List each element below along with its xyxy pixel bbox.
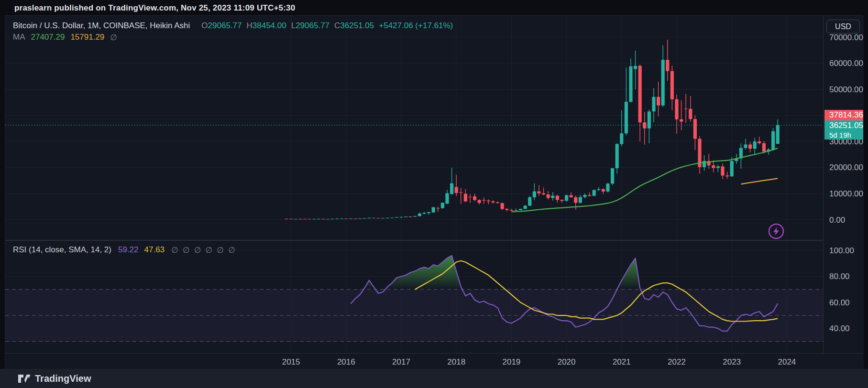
- candle-body: [298, 219, 302, 219]
- candle-body: [441, 203, 444, 208]
- time-axis-label-2017[interactable]: 2017: [390, 357, 412, 367]
- symbol-legend-row[interactable]: Bitcoin / U.S. Dollar, 1M, COINBASE, Hei…: [13, 20, 453, 32]
- rsi-no-data-icons: ∅∅∅∅∅∅: [171, 245, 240, 255]
- price-axis-label: 0.00: [829, 216, 868, 225]
- pane-divider[interactable]: [5, 240, 864, 241]
- no-data-icon: ∅: [217, 246, 224, 255]
- candle-body: [524, 206, 527, 209]
- ma-legend-row[interactable]: MA 27407.29 15791.29 ∅: [13, 32, 453, 43]
- candle-body: [712, 165, 715, 168]
- lightning-bolt-glyph: [773, 227, 779, 236]
- price-pane-canvas[interactable]: [5, 16, 823, 240]
- high-label: H: [247, 21, 253, 31]
- candle-body: [358, 218, 362, 219]
- candle-body: [684, 108, 688, 109]
- candle-body: [317, 219, 320, 219]
- candle-body: [611, 168, 614, 183]
- candle-body: [588, 195, 591, 196]
- candle-body: [395, 217, 398, 217]
- candle-body: [620, 133, 623, 144]
- candle-body: [776, 125, 780, 144]
- price-axis-label: 60000.00: [829, 59, 868, 68]
- candle-body: [450, 183, 453, 194]
- candle-body: [675, 99, 678, 119]
- main-legend: Bitcoin / U.S. Dollar, 1M, COINBASE, Hei…: [13, 20, 453, 43]
- candle-body: [326, 219, 330, 219]
- candle-body: [730, 161, 734, 176]
- candle-body: [422, 213, 426, 214]
- candle-body: [473, 196, 476, 200]
- ma-green-value: 27407.29: [31, 32, 65, 42]
- open-value: 29065.77: [208, 21, 242, 31]
- candle-body: [363, 218, 366, 219]
- rsi-pane-canvas[interactable]: [5, 240, 823, 353]
- candle-body: [482, 200, 485, 201]
- candle-body: [625, 102, 628, 133]
- last-price-badge: 36251.05: [824, 120, 863, 131]
- candle-body: [468, 197, 472, 197]
- rsi-indicator-title: RSI (14, close, SMA, 14, 2): [13, 245, 111, 255]
- ma-line-green: [511, 148, 778, 212]
- candle-body: [556, 196, 559, 200]
- time-axis-label-2016[interactable]: 2016: [335, 357, 357, 367]
- candle-body: [413, 216, 417, 216]
- price-axis-label: 10000.00: [829, 189, 868, 199]
- ma-yellow-value: 15791.29: [70, 32, 104, 42]
- candle-body: [579, 197, 582, 203]
- candle-body: [294, 219, 297, 219]
- candle-body: [321, 219, 325, 219]
- time-axis-label-2018[interactable]: 2018: [445, 357, 467, 367]
- candle-body: [432, 207, 435, 213]
- price-axis-label: 20000.00: [829, 163, 868, 172]
- tradingview-logo[interactable]: TradingView: [17, 372, 91, 385]
- candle-body: [597, 189, 600, 190]
- rsi-legend-row[interactable]: RSI (14, close, SMA, 14, 2) 59.22 47.63 …: [13, 245, 240, 255]
- candle-body: [303, 219, 307, 219]
- candle-body: [399, 217, 403, 217]
- candle-body: [648, 111, 651, 128]
- time-axis-label-2023[interactable]: 2023: [721, 357, 743, 367]
- candle-body: [753, 141, 757, 149]
- candle-body: [693, 119, 697, 139]
- rsi-axis-label: 100.00: [829, 246, 868, 256]
- time-axis-label-2024[interactable]: 2024: [776, 357, 798, 367]
- candle-body: [501, 203, 504, 209]
- footer-brand-text: TradingView: [35, 373, 91, 384]
- publish-header-text: praslearn published on TradingView.com, …: [14, 3, 295, 13]
- candle-body: [542, 194, 545, 194]
- candle-body: [349, 218, 352, 219]
- candle-body: [680, 119, 683, 122]
- symbol-title: Bitcoin / U.S. Dollar, 1M, COINBASE, Hei…: [13, 21, 190, 31]
- candle-body: [634, 66, 637, 69]
- time-axis-label-2021[interactable]: 2021: [611, 357, 633, 367]
- candle-body: [289, 219, 293, 219]
- rsi-overbought-fill: [351, 256, 778, 290]
- candle-body: [689, 109, 692, 119]
- price-axis-label: 70000.00: [829, 33, 868, 43]
- no-data-icon: ∅: [183, 246, 190, 255]
- candle-body: [312, 219, 316, 219]
- candle-body: [285, 219, 288, 219]
- candle-body: [721, 166, 724, 175]
- flash-icon[interactable]: [767, 222, 785, 240]
- candle-body: [418, 214, 421, 216]
- candle-body: [565, 195, 568, 201]
- candle-body: [510, 210, 513, 211]
- price-axis[interactable]: USD 70000.0060000.0050000.0030000.002000…: [823, 16, 864, 353]
- candle-body: [464, 194, 467, 201]
- candle-body: [583, 195, 586, 197]
- candle-body: [409, 216, 412, 217]
- rsi-axis-label: 60.00: [829, 298, 868, 308]
- candle-body: [459, 192, 462, 193]
- time-axis-label-2022[interactable]: 2022: [666, 357, 688, 367]
- publish-header: praslearn published on TradingView.com, …: [0, 0, 868, 15]
- time-axis[interactable]: 2015201620172018201920202021202220232024: [5, 353, 864, 369]
- candle-body: [386, 218, 389, 218]
- currency-toggle-usd[interactable]: USD: [826, 20, 860, 33]
- time-axis-label-2020[interactable]: 2020: [556, 357, 578, 367]
- candle-body: [381, 218, 385, 218]
- change-value: +5427.06 (+17.61%): [379, 21, 453, 31]
- time-axis-label-2019[interactable]: 2019: [500, 357, 522, 367]
- time-axis-label-2015[interactable]: 2015: [280, 357, 302, 367]
- no-data-icon: ∅: [194, 246, 201, 255]
